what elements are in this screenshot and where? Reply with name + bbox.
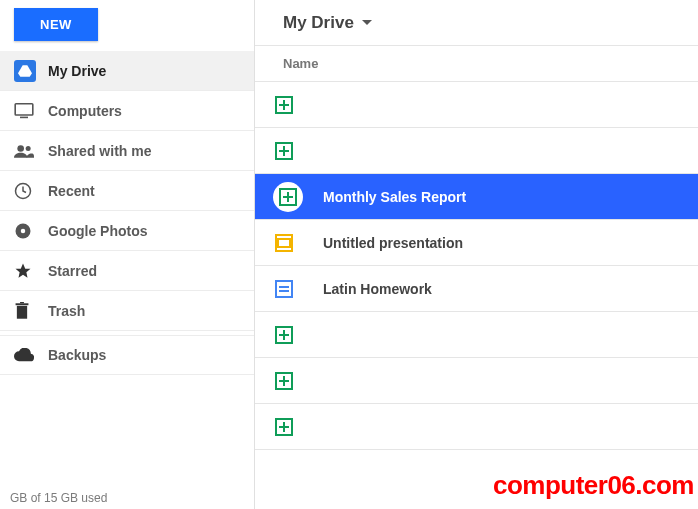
svg-marker-0 bbox=[18, 65, 32, 77]
drive-icon bbox=[14, 60, 48, 82]
star-icon bbox=[14, 262, 48, 280]
breadcrumb[interactable]: My Drive bbox=[255, 0, 698, 46]
sheets-icon bbox=[275, 326, 323, 344]
svg-point-6 bbox=[21, 228, 26, 233]
column-header-label: Name bbox=[283, 56, 318, 71]
sidebar-item-recent[interactable]: Recent bbox=[0, 171, 254, 211]
column-header-name[interactable]: Name bbox=[255, 46, 698, 82]
new-button-container: NEW bbox=[0, 0, 254, 51]
file-row[interactable] bbox=[255, 404, 698, 450]
sidebar-item-my-drive[interactable]: My Drive bbox=[0, 51, 254, 91]
file-row[interactable]: Latin Homework bbox=[255, 266, 698, 312]
caret-down-icon bbox=[362, 20, 372, 25]
storage-text: GB of 15 GB used bbox=[0, 485, 254, 509]
sheets-icon bbox=[275, 96, 323, 114]
sidebar-nav: My Drive Computers bbox=[0, 51, 254, 375]
sheets-icon bbox=[275, 142, 323, 160]
file-name: Monthly Sales Report bbox=[323, 189, 466, 205]
sheets-icon bbox=[275, 182, 323, 212]
cloud-icon bbox=[14, 348, 48, 362]
sidebar-item-label: Shared with me bbox=[48, 143, 151, 159]
file-row[interactable]: Untitled presentation bbox=[255, 220, 698, 266]
sidebar-item-photos[interactable]: Google Photos bbox=[0, 211, 254, 251]
svg-rect-8 bbox=[16, 303, 29, 305]
trash-icon bbox=[14, 302, 48, 320]
people-icon bbox=[14, 144, 48, 158]
svg-rect-9 bbox=[20, 302, 24, 303]
sidebar-item-starred[interactable]: Starred bbox=[0, 251, 254, 291]
main-panel: My Drive Name Monthly Sales Report bbox=[255, 0, 698, 509]
sheets-icon bbox=[275, 372, 323, 390]
sidebar-item-label: Backups bbox=[48, 347, 106, 363]
breadcrumb-label: My Drive bbox=[283, 13, 354, 33]
svg-rect-7 bbox=[17, 305, 27, 318]
file-row[interactable] bbox=[255, 358, 698, 404]
file-name: Untitled presentation bbox=[323, 235, 463, 251]
svg-rect-1 bbox=[15, 103, 33, 114]
file-list: Monthly Sales Report Untitled presentati… bbox=[255, 82, 698, 509]
clock-icon bbox=[14, 182, 48, 200]
new-button[interactable]: NEW bbox=[14, 8, 98, 41]
sidebar-item-shared[interactable]: Shared with me bbox=[0, 131, 254, 171]
svg-rect-2 bbox=[20, 116, 28, 118]
file-row[interactable] bbox=[255, 128, 698, 174]
file-row-selected[interactable]: Monthly Sales Report bbox=[255, 174, 698, 220]
sidebar-item-trash[interactable]: Trash bbox=[0, 291, 254, 331]
sheets-icon bbox=[275, 418, 323, 436]
sidebar-item-label: My Drive bbox=[48, 63, 106, 79]
svg-point-3 bbox=[17, 145, 24, 152]
svg-point-4 bbox=[26, 146, 31, 151]
sidebar-item-label: Trash bbox=[48, 303, 85, 319]
sidebar-item-label: Google Photos bbox=[48, 223, 148, 239]
sidebar-item-label: Computers bbox=[48, 103, 122, 119]
file-row[interactable] bbox=[255, 312, 698, 358]
sidebar-item-label: Starred bbox=[48, 263, 97, 279]
file-name: Latin Homework bbox=[323, 281, 432, 297]
slides-icon bbox=[275, 234, 323, 252]
docs-icon bbox=[275, 280, 323, 298]
sidebar-item-backups[interactable]: Backups bbox=[0, 335, 254, 375]
pinwheel-icon bbox=[14, 222, 48, 240]
sidebar: NEW My Drive bbox=[0, 0, 255, 509]
sidebar-item-label: Recent bbox=[48, 183, 95, 199]
file-row[interactable] bbox=[255, 82, 698, 128]
computer-icon bbox=[14, 103, 48, 119]
sidebar-item-computers[interactable]: Computers bbox=[0, 91, 254, 131]
